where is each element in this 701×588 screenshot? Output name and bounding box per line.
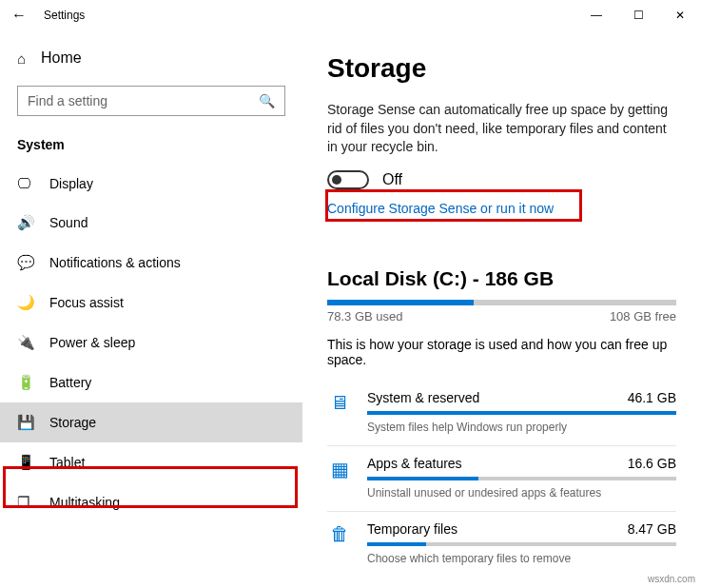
sidebar-item-label: Storage [49,415,96,430]
sidebar-item-label: Focus assist [49,295,124,310]
search-placeholder: Find a setting [28,93,107,108]
category-apps-features[interactable]: ▦ Apps & features 16.6 GB Uninstall unus… [327,446,676,512]
category-hint: Uninstall unused or undesired apps & fea… [367,486,676,500]
close-button[interactable]: ✕ [659,0,701,30]
category-name: System & reserved [367,390,479,405]
category-name: Temporary files [367,521,458,537]
display-icon: 🖵 [17,175,34,191]
search-icon: 🔍 [259,93,275,108]
multitasking-icon: ❐ [17,494,34,511]
sidebar: ⌂ Home Find a setting 🔍 System 🖵 Display… [0,30,302,588]
power-icon: 🔌 [17,334,34,351]
minimize-button[interactable]: — [575,0,617,30]
disk-usage-bar [327,300,676,305]
content-pane: Storage Storage Sense can automatically … [302,30,701,588]
category-size: 46.1 GB [628,390,676,405]
disk-title: Local Disk (C:) - 186 GB [327,267,676,290]
sidebar-item-power-sleep[interactable]: 🔌 Power & sleep [0,323,302,363]
category-size: 16.6 GB [628,456,676,471]
sidebar-item-label: Battery [49,375,91,390]
trash-icon: 🗑 [327,521,352,545]
category-hint: Choose which temporary files to remove [367,552,676,565]
category-name: Apps & features [367,456,462,471]
sidebar-item-label: Sound [49,215,88,230]
search-input[interactable]: Find a setting 🔍 [17,86,285,116]
sidebar-item-tablet[interactable]: 📱 Tablet [0,442,302,482]
sidebar-item-sound[interactable]: 🔊 Sound [0,203,302,243]
battery-icon: 🔋 [17,374,34,391]
sidebar-item-focus-assist[interactable]: 🌙 Focus assist [0,283,302,323]
sidebar-item-notifications[interactable]: 💬 Notifications & actions [0,243,302,283]
storage-sense-description: Storage Sense can automatically free up … [327,101,676,157]
maximize-button[interactable]: ☐ [617,0,659,30]
sidebar-item-storage[interactable]: 💾 Storage [0,402,302,442]
sidebar-item-label: Display [49,176,93,191]
notifications-icon: 💬 [17,254,34,271]
category-size: 8.47 GB [628,521,676,537]
system-icon: 🖥 [327,390,352,414]
sidebar-item-display[interactable]: 🖵 Display [0,164,302,203]
category-temp-files[interactable]: 🗑 Temporary files 8.47 GB Choose which t… [327,512,676,577]
toggle-state-label: Off [382,171,402,188]
tablet-icon: 📱 [17,454,34,471]
watermark: wsxdn.com [648,574,695,584]
sidebar-item-label: Power & sleep [49,335,135,350]
sound-icon: 🔊 [17,214,34,231]
section-title: System [0,129,302,164]
usage-description: This is how your storage is used and how… [327,337,676,367]
sidebar-item-battery[interactable]: 🔋 Battery [0,363,302,402]
disk-usage-fill [327,300,474,305]
sidebar-item-label: Tablet [49,455,85,470]
configure-storage-sense-link[interactable]: Configure Storage Sense or run it now [327,197,554,220]
page-title: Storage [327,53,676,84]
focus-assist-icon: 🌙 [17,294,34,311]
home-link[interactable]: ⌂ Home [0,40,302,76]
disk-used-label: 78.3 GB used [327,309,403,323]
home-label: Home [41,49,82,67]
storage-icon: 💾 [17,414,34,431]
window-title: Settings [44,9,85,22]
sidebar-item-label: Notifications & actions [49,255,181,270]
sidebar-item-label: Multitasking [49,495,120,510]
category-system-reserved[interactable]: 🖥 System & reserved 46.1 GB System files… [327,381,676,446]
sidebar-item-multitasking[interactable]: ❐ Multitasking [0,482,302,522]
back-button[interactable]: ← [0,7,38,24]
disk-free-label: 108 GB free [610,309,676,323]
home-icon: ⌂ [17,50,26,67]
category-hint: System files help Windows run properly [367,421,676,434]
storage-sense-toggle[interactable] [327,170,369,189]
apps-icon: ▦ [327,456,352,480]
